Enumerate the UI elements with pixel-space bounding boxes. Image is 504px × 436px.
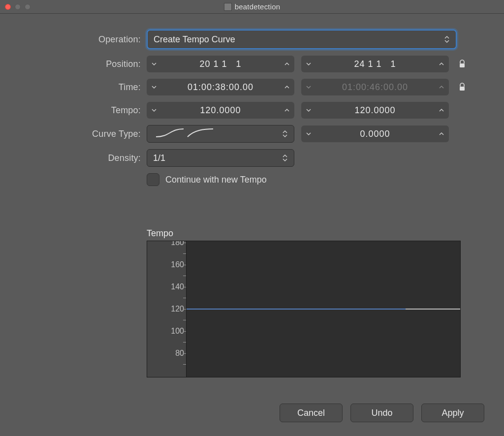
dialog-window: beatdetection Operation: Create Tempo Cu… — [0, 0, 504, 436]
graph-y-ruler: 180 160 140 120 100 80 — [147, 241, 187, 377]
chevron-up-icon[interactable] — [280, 85, 294, 89]
position-start-stepper[interactable]: 20 1 1 1 — [147, 56, 294, 72]
svg-rect-0 — [460, 63, 465, 67]
continue-checkbox[interactable] — [147, 173, 159, 186]
tempo-end-stepper[interactable]: 120.0000 — [301, 102, 449, 119]
apply-button[interactable]: Apply — [421, 404, 484, 422]
tempo-curve-line — [187, 309, 406, 310]
density-label: Density: — [18, 153, 147, 163]
titlebar: beatdetection — [0, 0, 504, 14]
chevron-down-icon[interactable] — [301, 62, 316, 66]
chevron-down-icon[interactable] — [147, 85, 161, 89]
tempo-graph-section: Tempo 180 160 140 120 100 80 — [147, 228, 486, 377]
chevrons-icon — [282, 154, 288, 162]
chevron-down-icon[interactable] — [301, 108, 316, 112]
curve-value: 0.0000 — [316, 129, 434, 139]
graph-plot-area[interactable] — [187, 241, 460, 377]
tempo-graph[interactable]: 180 160 140 120 100 80 — [147, 241, 461, 377]
time-end-stepper[interactable]: 01:00:46:00.00 — [301, 79, 449, 95]
time-lock-icon[interactable] — [456, 82, 469, 92]
graph-tick: 120 — [171, 305, 184, 313]
position-start-value: 20 1 1 1 — [161, 59, 280, 69]
tempo-label: Tempo: — [18, 105, 147, 116]
svg-rect-1 — [460, 87, 465, 91]
tempo-end-value: 120.0000 — [316, 105, 434, 116]
time-end-value: 01:00:46:00.00 — [316, 82, 434, 93]
chevron-up-icon[interactable] — [434, 62, 449, 66]
density-value: 1/1 — [153, 153, 165, 163]
close-window-button[interactable] — [5, 4, 11, 10]
graph-title: Tempo — [147, 228, 486, 239]
window-controls — [5, 4, 31, 10]
curve-value-stepper[interactable]: 0.0000 — [301, 125, 449, 142]
chevron-down-icon[interactable] — [147, 62, 161, 66]
position-end-value: 24 1 1 1 — [316, 59, 434, 69]
operation-label: Operation: — [18, 34, 147, 45]
dialog-content: Operation: Create Tempo Curve Position: … — [0, 14, 504, 377]
chevron-down-icon[interactable] — [301, 85, 316, 89]
curve-type-label: Curve Type: — [18, 129, 147, 139]
tempo-start-value: 120.0000 — [161, 105, 280, 116]
operation-value: Create Tempo Curve — [154, 34, 235, 45]
density-select[interactable]: 1/1 — [147, 149, 294, 167]
operation-select[interactable]: Create Tempo Curve — [147, 30, 457, 49]
position-end-stepper[interactable]: 24 1 1 1 — [301, 56, 449, 72]
chevron-up-icon[interactable] — [280, 62, 294, 66]
cancel-button[interactable]: Cancel — [280, 404, 343, 422]
curve-shape-icon — [155, 128, 214, 140]
position-label: Position: — [18, 59, 147, 69]
window-title: beatdetection — [235, 2, 281, 11]
document-icon — [224, 3, 232, 11]
dialog-buttons: Cancel Undo Apply — [280, 404, 484, 422]
graph-tick: 160 — [171, 260, 184, 269]
chevron-up-icon[interactable] — [434, 85, 449, 89]
chevron-down-icon[interactable] — [301, 132, 316, 136]
minimize-window-button[interactable] — [15, 4, 21, 10]
graph-tick: 140 — [171, 282, 184, 291]
chevron-up-icon[interactable] — [434, 108, 449, 112]
graph-tick: 180 — [171, 241, 184, 247]
graph-tick: 100 — [171, 327, 184, 336]
following-tempo-line — [406, 309, 460, 310]
chevron-down-icon[interactable] — [147, 108, 161, 112]
curve-type-select[interactable] — [147, 125, 294, 143]
chevron-up-icon[interactable] — [280, 108, 294, 112]
chevrons-icon — [444, 35, 450, 44]
undo-button[interactable]: Undo — [350, 404, 413, 422]
time-label: Time: — [18, 82, 147, 93]
continue-label: Continue with new Tempo — [165, 175, 267, 185]
chevrons-icon — [282, 129, 288, 138]
tempo-start-stepper[interactable]: 120.0000 — [147, 102, 294, 119]
position-lock-icon[interactable] — [456, 59, 469, 69]
chevron-up-icon[interactable] — [434, 132, 449, 136]
time-start-value: 01:00:38:00.00 — [161, 82, 280, 93]
time-start-stepper[interactable]: 01:00:38:00.00 — [147, 79, 294, 95]
zoom-window-button[interactable] — [25, 4, 31, 10]
